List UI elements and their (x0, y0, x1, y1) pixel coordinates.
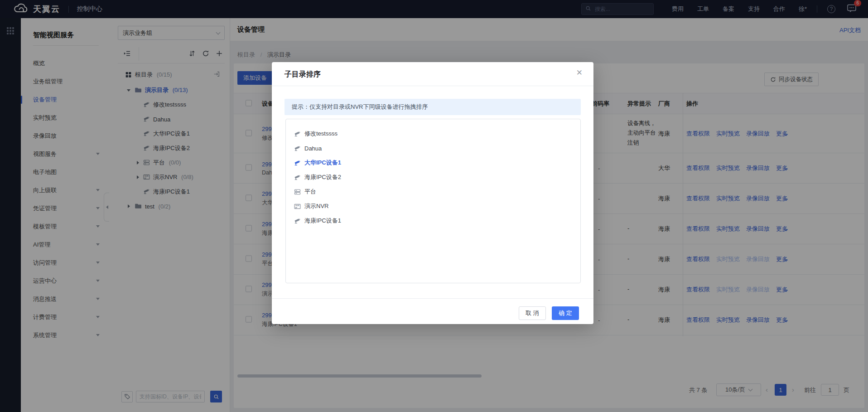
camera-icon (294, 218, 301, 224)
nvr-icon: NVR (294, 203, 301, 210)
sort-item-label: Dahua (304, 145, 322, 152)
svg-text:NVR: NVR (295, 204, 299, 207)
sort-item-label: 海康IPC设备2 (304, 173, 341, 181)
dialog-footer: 取 消 确 定 (272, 298, 593, 324)
sort-item-label: 海康IPC设备1 (304, 217, 341, 225)
sort-item-修改testssss[interactable]: 修改testssss (286, 126, 581, 141)
sort-item-海康IPC设备1[interactable]: 海康IPC设备1 (286, 213, 581, 228)
sort-item-label: 平台 (304, 188, 316, 196)
camera-icon (294, 174, 301, 181)
confirm-button[interactable]: 确 定 (552, 306, 579, 320)
sort-item-label: 大华IPC设备1 (304, 159, 341, 167)
camera-icon (294, 160, 301, 166)
sort-item-label: 演示NVR (304, 202, 328, 210)
sort-item-label: 修改testssss (304, 130, 338, 138)
camera-icon (294, 145, 301, 152)
sort-item-平台[interactable]: 平台 (286, 184, 581, 199)
sort-dialog: 子目录排序 ✕ 提示：仅支持对目录或NVR下同级设备进行拖拽排序 修改tests… (272, 62, 593, 324)
dialog-title: 子目录排序 (285, 70, 321, 79)
dialog-header: 子目录排序 ✕ (272, 62, 593, 86)
sortable-list: 修改testssssDahua大华IPC设备1海康IPC设备2平台NVR演示NV… (285, 119, 581, 283)
camera-icon (294, 131, 301, 137)
close-icon[interactable]: ✕ (576, 69, 583, 77)
dialog-hint: 提示：仅支持对目录或NVR下同级设备进行拖拽排序 (285, 99, 581, 115)
cancel-button[interactable]: 取 消 (519, 306, 546, 320)
sort-item-大华IPC设备1[interactable]: 大华IPC设备1 (286, 155, 581, 170)
sort-item-海康IPC设备2[interactable]: 海康IPC设备2 (286, 170, 581, 184)
sort-item-Dahua[interactable]: Dahua (286, 141, 581, 155)
platform-icon (294, 189, 301, 195)
sort-item-演示NVR[interactable]: NVR演示NVR (286, 199, 581, 213)
app-root: 天翼云 控制中心 费用工单备案支持合作 徐* ? 6 (0, 0, 868, 412)
